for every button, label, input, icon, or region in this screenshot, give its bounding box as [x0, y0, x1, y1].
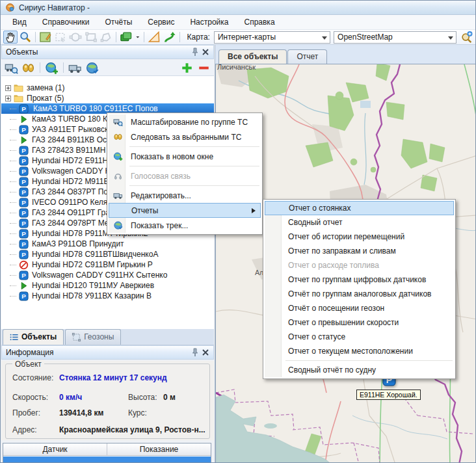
tree-item-18[interactable]: PVolkswagen CADDY С911НХ Сытенко	[1, 270, 214, 280]
parking-icon: P	[18, 176, 29, 187]
submenu-item-6[interactable]: Отчёт по группам аналоговых датчиков	[265, 287, 454, 301]
tab-report[interactable]: Отчет	[287, 49, 327, 64]
layers-dropdown-arrow[interactable]	[134, 31, 142, 44]
tree-item-20[interactable]: PHyundai HD78 У911ВХ Казарин В	[1, 291, 214, 301]
svg-text:P: P	[21, 105, 26, 112]
vehicle-marker-label: Е911НЕ Хорошай.	[356, 390, 421, 400]
submenu-item-7[interactable]: Отчёт о посещении геозон	[265, 301, 454, 315]
tree-item-15[interactable]: PКамАЗ Р911ОВ Принудит	[1, 239, 214, 249]
map-label: Карта:	[187, 33, 209, 42]
menubar-item-0[interactable]: Вид	[5, 16, 34, 29]
tab-objects[interactable]: Объекты	[3, 329, 64, 345]
expand-icon[interactable]	[5, 85, 11, 91]
zoom-search-button[interactable]	[460, 31, 474, 44]
tree-item-16[interactable]: PHyundai HD78 С911ВТШвидченкоА	[1, 249, 214, 259]
menu-item-label: Отчёт по группам аналоговых датчиков	[288, 289, 431, 298]
polygon-tool-button[interactable]	[99, 31, 113, 44]
pan-tool-button[interactable]	[3, 31, 18, 44]
submenu-item-1[interactable]: Сводный отчет	[265, 215, 454, 230]
menu-item-label: Отчёт о посещении геозон	[288, 304, 384, 313]
toolbar-separator	[35, 32, 36, 42]
tree-connector	[10, 161, 16, 161]
submenu-item-2[interactable]: Отчет об истории перемещений	[265, 230, 454, 244]
submenu-item-10[interactable]: Отчет о текущем местоположении	[265, 344, 454, 358]
expand-icon[interactable]	[5, 96, 11, 101]
edit-map-button[interactable]	[38, 31, 53, 44]
tab-all-objects[interactable]: Все объекты	[218, 49, 287, 64]
tree-item-1[interactable]: Прокат (5)	[1, 93, 214, 103]
menubar-item-2[interactable]: Отчёты	[97, 16, 140, 29]
add-object-button[interactable]	[179, 61, 194, 74]
submenu-item-8[interactable]: Отчет о превышении скорости	[265, 315, 454, 330]
menubar-item-4[interactable]: Настройка	[182, 16, 236, 29]
info-panel-header: Информация	[1, 345, 214, 360]
tree-item-label: Hyundai HD78 С911ВТШвидченкоА	[31, 250, 159, 259]
tree-connector	[10, 275, 16, 276]
pin-icon[interactable]	[190, 347, 200, 358]
context-menu-item-7[interactable]: Редактировать...	[109, 188, 261, 203]
vehicle-button[interactable]	[68, 61, 83, 74]
ruler-button[interactable]	[147, 31, 161, 44]
context-menu-item-9[interactable]: Показать трек...	[109, 218, 261, 233]
pin-icon[interactable]	[190, 47, 200, 57]
svg-text:P: P	[21, 157, 26, 165]
remove-object-button[interactable]	[196, 61, 211, 74]
parking-icon: P	[18, 239, 29, 249]
submenu-item-12[interactable]: Сводный отчёт по судну	[265, 363, 454, 377]
context-menu-item-0[interactable]: Масштабирование по группе ТС	[109, 114, 261, 129]
submenu-item-0[interactable]: Отчет о стоянках	[265, 201, 454, 215]
submenu-item-3[interactable]: Отчет по заправкам и сливам	[265, 244, 454, 258]
toolbar-separator	[116, 32, 116, 42]
map-provider-select[interactable]: Интернет-карты	[214, 31, 330, 44]
headset-icon	[112, 170, 123, 181]
address-label: Адрес:	[12, 425, 37, 434]
close-icon[interactable]	[200, 47, 211, 57]
menubar-item-1[interactable]: Справочники	[34, 16, 98, 29]
close-icon[interactable]	[200, 347, 211, 358]
sensor-row-selected[interactable]	[3, 456, 211, 463]
zoom-to-group-button[interactable]	[4, 61, 19, 74]
tree-item-17[interactable]: Hyundai HD72 С911ВМ Гирькин Р	[1, 259, 214, 270]
column-sensor[interactable]: Датчик	[3, 443, 107, 455]
main-toolbar: Карта: Интернет-карты OpenStreetMap	[1, 30, 476, 45]
menu-item-label: Отчет о текущем местоположении	[288, 347, 413, 356]
mileage-label: Пробег:	[12, 408, 40, 417]
new-window-button[interactable]	[44, 61, 59, 74]
context-menu-item-3[interactable]: Показать в новом окне	[109, 149, 261, 164]
parking-icon: P	[18, 270, 29, 280]
menubar-item-5[interactable]: Справка	[236, 16, 282, 29]
context-menu-item-1[interactable]: Следовать за выбранными ТС	[109, 129, 261, 144]
submenu-item-9[interactable]: Отчет о статусе	[265, 330, 454, 344]
zoom-tool-button[interactable]	[18, 31, 33, 44]
rect-tool-button[interactable]	[84, 31, 98, 44]
globe-plus-icon	[112, 151, 123, 161]
object-group-label: Объект	[12, 360, 44, 369]
objects-panel-title: Объекты	[6, 47, 190, 57]
show-track-button[interactable]	[85, 61, 99, 74]
follow-selected-button[interactable]	[21, 61, 36, 74]
circle-tool-button[interactable]	[68, 31, 83, 44]
tree-item-0[interactable]: замена (1)	[1, 83, 214, 93]
tree-item-label: КамАЗ TURBO 180 К9	[31, 114, 113, 124]
tab-geozones[interactable]: Геозоны	[65, 329, 121, 345]
menubar-item-3[interactable]: Сервис	[140, 16, 182, 29]
svg-text:P: P	[21, 251, 26, 258]
tree-connector	[10, 109, 16, 109]
layers-button[interactable]	[119, 31, 133, 44]
submenu-item-5[interactable]: Отчет по группам цифровых датчиков	[265, 272, 454, 287]
map-source-select[interactable]: OpenStreetMap	[334, 31, 456, 44]
tree-item-19[interactable]: Hyundai HD120 Т911МУ Аверкиев	[1, 280, 214, 291]
select-area-button[interactable]	[53, 31, 68, 44]
menu-item-label: Следовать за выбранными ТС	[131, 133, 241, 142]
menu-bar: ВидСправочникиОтчётыСервисНастройкаСправ…	[1, 15, 476, 30]
context-menu-item-8[interactable]: Отчеты	[109, 203, 261, 218]
tree-item-label: КамАЗ Р911ОВ Принудит	[31, 239, 126, 248]
course-label: Курс:	[128, 408, 147, 417]
submenu-item-4[interactable]: Отчет о расходе топлива	[265, 258, 454, 272]
context-menu-item-5[interactable]: Голосовая связь	[109, 168, 261, 183]
menu-separator	[285, 360, 453, 361]
tree-connector	[10, 285, 16, 286]
column-reading[interactable]: Показание	[107, 443, 211, 455]
route-button[interactable]	[162, 31, 176, 44]
menu-item-label: Отчеты	[131, 206, 158, 215]
